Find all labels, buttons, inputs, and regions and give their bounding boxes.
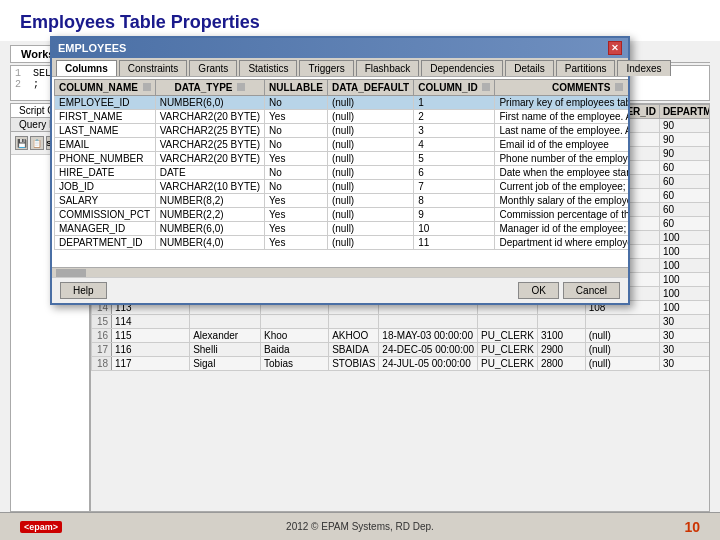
department-id-cell: 90 (659, 133, 710, 147)
col-id-cell: 4 (414, 138, 495, 152)
modal-title-bar[interactable]: EMPLOYEES ✕ (52, 38, 628, 58)
modal-tab-dependencies[interactable]: Dependencies (421, 60, 503, 76)
modal-tab-flashback[interactable]: Flashback (356, 60, 420, 76)
help-button[interactable]: Help (60, 282, 107, 299)
department-id-cell: 60 (659, 161, 710, 175)
save-btn[interactable]: 💾 (15, 136, 28, 150)
modal-table-row[interactable]: EMAIL VARCHAR2(25 BYTE) No (null) 4 Emai… (55, 138, 629, 152)
hire-date-cell: 18-MAY-03 00:00:00 (379, 329, 478, 343)
last-name-cell (261, 315, 329, 329)
modal-table-row[interactable]: SALARY NUMBER(8,2) Yes (null) 8 Monthly … (55, 194, 629, 208)
page-footer: <epam> 2012 © EPAM Systems, RD Dep. 10 (0, 512, 720, 540)
modal-table-row[interactable]: HIRE_DATE DATE No (null) 6 Date when the… (55, 166, 629, 180)
cancel-button[interactable]: Cancel (563, 282, 620, 299)
modal-table-row[interactable]: FIRST_NAME VARCHAR2(20 BYTE) Yes (null) … (55, 110, 629, 124)
columns-table: COLUMN_NAME DATA_TYPE NULLABLE DATA_DEFA… (54, 79, 628, 250)
page-title: Employees Table Properties (20, 12, 700, 33)
employee-id-cell: 115 (112, 329, 190, 343)
modal-table-row[interactable]: DEPARTMENT_ID NUMBER(4,0) Yes (null) 11 … (55, 236, 629, 250)
modal-tab-columns[interactable]: Columns (56, 60, 117, 76)
department-id-cell: 100 (659, 301, 710, 315)
department-id-cell: 100 (659, 273, 710, 287)
table-row[interactable]: 16 115 Alexander Khoo AKHOO 18-MAY-03 00… (92, 329, 711, 343)
sort-icon (143, 83, 151, 91)
col-name-cell: DEPARTMENT_ID (55, 236, 156, 250)
col-id-cell: 5 (414, 152, 495, 166)
sort-icon (237, 83, 245, 91)
modal-title: EMPLOYEES (58, 42, 126, 54)
col-comments-cell: Manager id of the employee; has same (495, 222, 628, 236)
col-name-cell: HIRE_DATE (55, 166, 156, 180)
col-id-cell: 10 (414, 222, 495, 236)
col-comments-cell: Current job of the employee; foreign (495, 180, 628, 194)
job-cell (478, 315, 538, 329)
col-name-cell: LAST_NAME (55, 124, 156, 138)
salary-cell: 3100 (537, 329, 585, 343)
ok-button[interactable]: OK (518, 282, 558, 299)
modal-tab-statistics[interactable]: Statistics (239, 60, 297, 76)
modal-close-button[interactable]: ✕ (608, 41, 622, 55)
modal-tab-indexes[interactable]: Indexes (617, 60, 670, 76)
col-comments-cell: Department id where employee works; (495, 236, 628, 250)
col-nullable-cell: No (265, 138, 328, 152)
modal-col-default-header[interactable]: DATA_DEFAULT (327, 80, 413, 96)
copy-btn[interactable]: 📋 (30, 136, 43, 150)
modal-col-nullable-header[interactable]: NULLABLE (265, 80, 328, 96)
modal-tab-grants[interactable]: Grants (189, 60, 237, 76)
col-datatype-cell: VARCHAR2(20 BYTE) (155, 110, 264, 124)
modal-body: COLUMN_NAME DATA_TYPE NULLABLE DATA_DEFA… (52, 77, 628, 267)
department-id-cell: 60 (659, 217, 710, 231)
modal-table-row[interactable]: EMPLOYEE_ID NUMBER(6,0) No (null) 1 Prim… (55, 96, 629, 110)
col-comments-cell: Commission percentage of the employe (495, 208, 628, 222)
manager-id-cell: (null) (585, 343, 659, 357)
modal-footer: Help OK Cancel (52, 277, 628, 303)
email-cell: AKHOO (329, 329, 379, 343)
col-name-cell: JOB_ID (55, 180, 156, 194)
row-num: 16 (92, 329, 112, 343)
salary-cell: 2900 (537, 343, 585, 357)
modal-table-row[interactable]: JOB_ID VARCHAR2(10 BYTE) No (null) 7 Cur… (55, 180, 629, 194)
modal-table-row[interactable]: COMMISSION_PCT NUMBER(2,2) Yes (null) 9 … (55, 208, 629, 222)
modal-tab-triggers[interactable]: Triggers (299, 60, 353, 76)
last-name-cell: Khoo (261, 329, 329, 343)
modal-tab-partitions[interactable]: Partitions (556, 60, 616, 76)
col-datatype-cell: NUMBER(6,0) (155, 222, 264, 236)
col-comments-cell: Last name of the employee. A not nul (495, 124, 628, 138)
col-default-cell: (null) (327, 110, 413, 124)
department-id-cell: 30 (659, 343, 710, 357)
col-name-cell: EMPLOYEE_ID (55, 96, 156, 110)
col-nullable-cell: Yes (265, 208, 328, 222)
modal-tab-constraints[interactable]: Constraints (119, 60, 188, 76)
table-row[interactable]: 18 117 Sigal Tobias STOBIAS 24-JUL-05 00… (92, 357, 711, 371)
last-name-cell: Tobias (261, 357, 329, 371)
email-cell (329, 315, 379, 329)
modal-col-name-header[interactable]: COLUMN_NAME (55, 80, 156, 96)
col-department-id[interactable]: DEPARTMENT_ID (659, 105, 710, 119)
row-num: 18 (92, 357, 112, 371)
col-id-cell: 7 (414, 180, 495, 194)
department-id-cell: 30 (659, 315, 710, 329)
modal-col-colid-header[interactable]: COLUMN_ID (414, 80, 495, 96)
col-id-cell: 1 (414, 96, 495, 110)
table-row[interactable]: 17 116 Shelli Baida SBAIDA 24-DEC-05 00:… (92, 343, 711, 357)
modal-col-comments-header[interactable]: COMMENTS (495, 80, 628, 96)
col-comments-cell: Primary key of employees table. (495, 96, 628, 110)
modal-table-row[interactable]: MANAGER_ID NUMBER(6,0) Yes (null) 10 Man… (55, 222, 629, 236)
modal-table-row[interactable]: PHONE_NUMBER VARCHAR2(20 BYTE) Yes (null… (55, 152, 629, 166)
col-nullable-cell: No (265, 124, 328, 138)
col-datatype-cell: VARCHAR2(25 BYTE) (155, 124, 264, 138)
table-row[interactable]: 15 114 30 (92, 315, 711, 329)
modal-table-row[interactable]: LAST_NAME VARCHAR2(25 BYTE) No (null) 3 … (55, 124, 629, 138)
department-id-cell: 100 (659, 245, 710, 259)
salary-cell (537, 315, 585, 329)
employees-modal: EMPLOYEES ✕ Columns Constraints Grants S… (50, 36, 630, 305)
col-name-cell: PHONE_NUMBER (55, 152, 156, 166)
col-nullable-cell: Yes (265, 194, 328, 208)
first-name-cell: Shelli (190, 343, 261, 357)
ok-cancel-buttons: OK Cancel (518, 282, 620, 299)
department-id-cell: 60 (659, 189, 710, 203)
row-num: 15 (92, 315, 112, 329)
modal-tab-details[interactable]: Details (505, 60, 554, 76)
modal-scrollbar[interactable] (52, 267, 628, 277)
modal-col-datatype-header[interactable]: DATA_TYPE (155, 80, 264, 96)
